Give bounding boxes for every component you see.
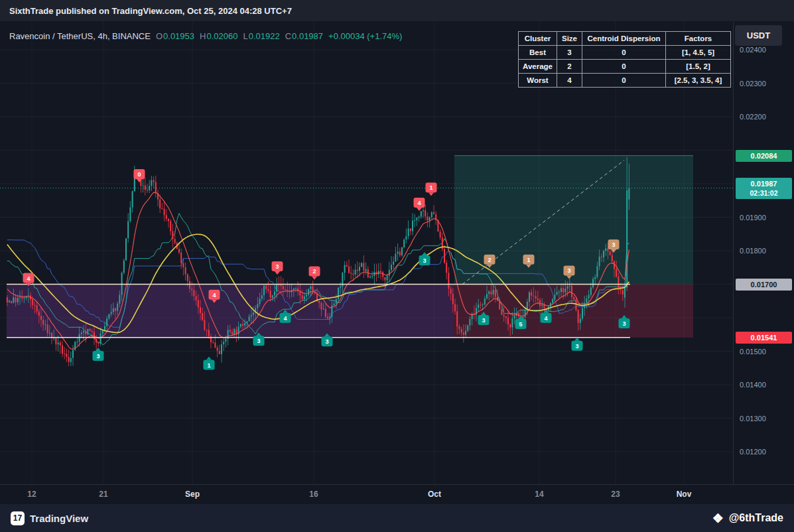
- symbol-title[interactable]: Ravencoin / TetherUS, 4h, BINANCE: [9, 31, 151, 41]
- svg-text:3: 3: [275, 263, 279, 270]
- cluster-cell: 3: [557, 46, 582, 60]
- cluster-header-cell: Centroid Dispersion: [582, 32, 666, 46]
- time-axis[interactable]: 1221Sep16Oct1423Nov: [0, 484, 794, 504]
- time-tick-label: 23: [600, 490, 631, 499]
- cluster-cell: [1, 4.5, 5]: [666, 46, 731, 60]
- sixthtrade-logo-icon: ❖: [712, 512, 724, 525]
- svg-text:3: 3: [612, 241, 615, 248]
- price-tick-label: 0.01400: [740, 380, 766, 389]
- time-tick-label: 12: [17, 490, 47, 499]
- price-badge: 0.01541: [736, 332, 792, 344]
- svg-text:1: 1: [207, 362, 210, 369]
- time-tick-label: 21: [88, 490, 119, 499]
- price-badge-value: 0.02084: [736, 151, 792, 161]
- cluster-table-grid: ClusterSizeCentroid DispersionFactorsBes…: [518, 31, 731, 88]
- ohlc-high-label: H: [200, 31, 206, 41]
- cluster-header-row: ClusterSizeCentroid DispersionFactors: [519, 32, 731, 46]
- svg-text:2: 2: [488, 257, 491, 263]
- ohlc-open-label: O: [156, 31, 163, 41]
- svg-text:0: 0: [137, 171, 141, 178]
- cluster-cell: 2: [557, 60, 582, 74]
- cluster-row: Worst40[2.5, 3, 3.5, 4]: [519, 74, 731, 88]
- ohlc-high-value: 0.02060: [206, 31, 237, 41]
- price-badge-value: 0.01987: [736, 179, 792, 188]
- svg-text:3: 3: [325, 338, 328, 345]
- cluster-cell: Worst: [519, 74, 557, 88]
- price-badge-value: 0.01541: [736, 333, 792, 342]
- price-badge-countdown: 02:31:02: [736, 188, 792, 198]
- attribution: ❖ @6thTrade: [712, 512, 783, 525]
- cluster-row: Average20[1.5, 2]: [519, 60, 731, 74]
- price-tick-label: 0.02300: [740, 79, 766, 88]
- tradingview-wordmark: TradingView: [30, 513, 88, 524]
- ohlc-low-value: 0.01922: [249, 31, 280, 41]
- cluster-cell: 0: [582, 60, 666, 74]
- price-badge: 0.01700: [736, 279, 792, 291]
- cluster-cell: Average: [519, 60, 557, 74]
- svg-text:3: 3: [567, 267, 570, 274]
- price-tick-label: 0.01300: [740, 414, 766, 423]
- symbol-header: Ravencoin / TetherUS, 4h, BINANCE O0.019…: [9, 31, 402, 41]
- price-tick-label: 0.02200: [740, 112, 766, 121]
- price-chart[interactable]: 0443241313433354332133: [0, 21, 733, 484]
- currency-toggle-button[interactable]: USDT: [735, 25, 782, 46]
- svg-text:5: 5: [519, 321, 522, 328]
- svg-text:3: 3: [96, 353, 99, 360]
- price-change: +0.00034 (+1.74%): [328, 31, 402, 41]
- footer-bar: 17 TradingView ❖ @6thTrade: [0, 504, 794, 532]
- cluster-header-cell: Factors: [666, 32, 731, 46]
- ohlc-high: H0.02060: [200, 31, 237, 41]
- svg-text:4: 4: [212, 292, 216, 299]
- tradingview-brand[interactable]: 17 TradingView: [11, 511, 88, 525]
- cluster-cell: 0: [582, 46, 666, 60]
- time-tick-label: Oct: [419, 490, 450, 499]
- svg-text:4: 4: [417, 200, 421, 206]
- time-tick-label: 14: [524, 490, 555, 499]
- ohlc-open: O0.01953: [156, 31, 194, 41]
- svg-text:4: 4: [27, 275, 30, 282]
- cluster-header-cell: Size: [557, 32, 582, 46]
- cluster-cell: [2.5, 3, 3.5, 4]: [666, 74, 731, 88]
- svg-text:1: 1: [429, 184, 432, 191]
- ohlc-low-label: L: [243, 31, 247, 41]
- time-tick-label: Nov: [669, 490, 699, 499]
- cluster-cell: Best: [519, 46, 557, 60]
- svg-text:3: 3: [575, 343, 578, 350]
- publish-bar: SixthTrade published on TradingView.com,…: [0, 0, 794, 21]
- svg-text:3: 3: [423, 257, 426, 264]
- time-tick-label: 16: [298, 490, 329, 499]
- price-badge-value: 0.01700: [736, 280, 792, 289]
- cluster-row: Best30[1, 4.5, 5]: [519, 46, 731, 60]
- svg-text:2: 2: [312, 268, 316, 275]
- ohlc-close-value: 0.01987: [292, 31, 323, 41]
- svg-text:1: 1: [527, 257, 530, 263]
- tradingview-logo-icon: 17: [11, 511, 25, 525]
- price-tick-label: 0.01500: [740, 347, 766, 356]
- price-axis[interactable]: 0.024000.023000.022000.019000.018000.015…: [733, 21, 794, 484]
- ohlc-open-value: 0.01953: [163, 31, 194, 41]
- price-tick-label: 0.02400: [740, 45, 766, 54]
- svg-text:3: 3: [257, 338, 260, 344]
- time-tick-label: Sep: [177, 490, 208, 499]
- svg-text:3: 3: [482, 317, 485, 324]
- price-tick-label: 0.01800: [740, 246, 766, 255]
- price-tick-label: 0.01900: [740, 213, 766, 222]
- cluster-cell: 0: [582, 74, 666, 88]
- svg-text:4: 4: [544, 315, 547, 322]
- ohlc-close-label: C: [285, 31, 291, 41]
- svg-text:4: 4: [283, 315, 287, 322]
- price-tick-label: 0.01200: [740, 447, 766, 456]
- svg-text:3: 3: [622, 320, 626, 327]
- ohlc-low: L0.01922: [243, 31, 279, 41]
- ohlc-close: C0.01987: [285, 31, 323, 41]
- publish-text: SixthTrade published on TradingView.com,…: [9, 6, 292, 16]
- cluster-cell: 4: [557, 74, 582, 88]
- attribution-handle: @6thTrade: [729, 512, 783, 524]
- cluster-header-cell: Cluster: [519, 32, 557, 46]
- price-badge: 0.02084: [736, 150, 792, 162]
- cluster-table: ClusterSizeCentroid DispersionFactorsBes…: [518, 31, 731, 88]
- price-badge: 0.0198702:31:02: [736, 178, 792, 199]
- cluster-cell: [1.5, 2]: [666, 60, 731, 74]
